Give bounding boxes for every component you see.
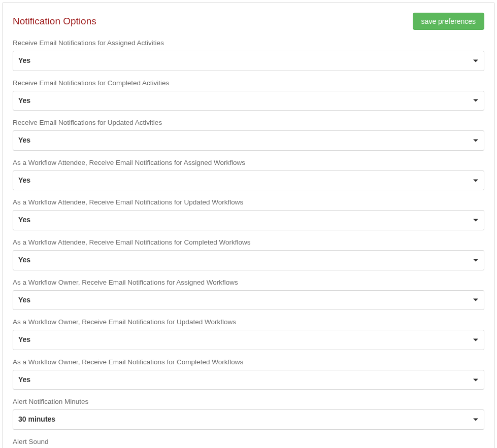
field-label: Receive Email Notifications for Updated … [13, 119, 484, 126]
select-wrapper: Yes [13, 250, 484, 270]
field-attendee-completed-workflows: As a Workflow Attendee, Receive Email No… [13, 238, 484, 270]
field-owner-completed-workflows: As a Workflow Owner, Receive Email Notif… [13, 358, 484, 390]
save-preferences-button[interactable]: save preferences [413, 13, 484, 30]
select-completed-activities[interactable]: Yes [13, 91, 484, 111]
field-owner-updated-workflows: As a Workflow Owner, Receive Email Notif… [13, 318, 484, 350]
field-label: As a Workflow Owner, Receive Email Notif… [13, 358, 484, 366]
select-wrapper: Yes [13, 370, 484, 390]
field-label: Receive Email Notifications for Assigned… [13, 39, 484, 47]
select-wrapper: Yes [13, 210, 484, 230]
field-label: As a Workflow Owner, Receive Email Notif… [13, 318, 484, 326]
select-wrapper: Yes [13, 290, 484, 311]
select-wrapper: Yes [13, 330, 484, 350]
select-owner-updated-workflows[interactable]: Yes [13, 330, 484, 350]
field-label: Alert Notification Minutes [13, 398, 484, 405]
field-label: As a Workflow Attendee, Receive Email No… [13, 238, 484, 246]
select-assigned-activities[interactable]: Yes [13, 51, 484, 71]
field-alert-sound: Alert Sound None [13, 438, 484, 448]
select-owner-completed-workflows[interactable]: Yes [13, 370, 484, 390]
select-attendee-updated-workflows[interactable]: Yes [13, 210, 484, 230]
select-wrapper: Yes [13, 130, 484, 151]
field-attendee-updated-workflows: As a Workflow Attendee, Receive Email No… [13, 198, 484, 230]
select-attendee-completed-workflows[interactable]: Yes [13, 250, 484, 270]
field-label: As a Workflow Attendee, Receive Email No… [13, 198, 484, 206]
select-alert-minutes[interactable]: 30 minutes [13, 409, 484, 430]
field-attendee-assigned-workflows: As a Workflow Attendee, Receive Email No… [13, 159, 484, 191]
page-title: Notification Options [13, 16, 96, 27]
field-owner-assigned-workflows: As a Workflow Owner, Receive Email Notif… [13, 279, 484, 311]
field-label: As a Workflow Attendee, Receive Email No… [13, 159, 484, 166]
field-assigned-activities: Receive Email Notifications for Assigned… [13, 39, 484, 71]
select-updated-activities[interactable]: Yes [13, 130, 484, 151]
field-completed-activities: Receive Email Notifications for Complete… [13, 79, 484, 111]
select-wrapper: 30 minutes [13, 409, 484, 430]
select-wrapper: Yes [13, 91, 484, 111]
select-wrapper: Yes [13, 170, 484, 191]
panel-header: Notification Options save preferences [13, 13, 484, 30]
field-updated-activities: Receive Email Notifications for Updated … [13, 119, 484, 151]
select-owner-assigned-workflows[interactable]: Yes [13, 290, 484, 311]
field-label: Alert Sound [13, 438, 484, 445]
field-label: Receive Email Notifications for Complete… [13, 79, 484, 87]
field-alert-minutes: Alert Notification Minutes 30 minutes [13, 398, 484, 430]
select-attendee-assigned-workflows[interactable]: Yes [13, 170, 484, 191]
notification-options-panel: Notification Options save preferences Re… [2, 2, 495, 448]
field-label: As a Workflow Owner, Receive Email Notif… [13, 279, 484, 286]
select-wrapper: Yes [13, 51, 484, 71]
